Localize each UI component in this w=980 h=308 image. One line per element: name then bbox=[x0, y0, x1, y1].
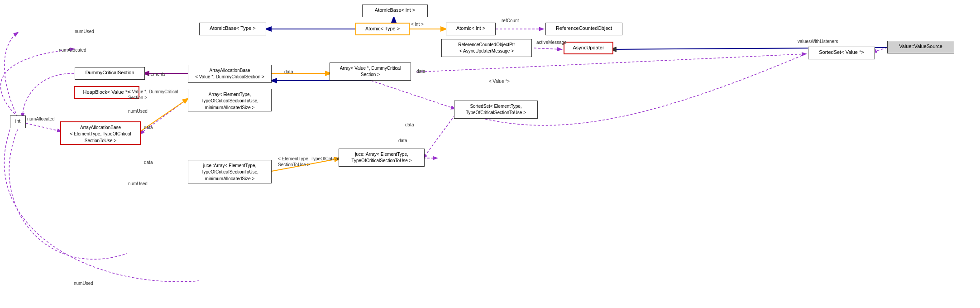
node-atomic-int: Atomic< int > bbox=[446, 23, 496, 35]
node-atomic-type: Atomic< Type > bbox=[355, 23, 410, 35]
label-data-1: data bbox=[284, 69, 293, 74]
label-element-type-cs: < ElementType, TypeOfCriticalSectionToUs… bbox=[278, 156, 339, 168]
label-refcount: refCount bbox=[502, 18, 519, 23]
node-array-element-type: Array< ElementType,TypeOfCriticalSection… bbox=[188, 89, 272, 111]
node-array-value-dummy: Array< Value *, DummyCriticalSection > bbox=[330, 63, 411, 81]
label-elements: elements bbox=[147, 72, 166, 77]
node-reference-counted-object: ReferenceCountedObject bbox=[545, 23, 622, 35]
node-atomic-base-int: AtomicBase< int > bbox=[362, 5, 428, 17]
label-data-5: data bbox=[398, 138, 407, 143]
label-data-2: data bbox=[416, 69, 425, 74]
node-value-valuesource: Value::ValueSource bbox=[887, 41, 954, 53]
label-numused-3: numUsed bbox=[128, 181, 148, 186]
svg-line-14 bbox=[26, 123, 61, 131]
label-data-4: data bbox=[144, 160, 153, 165]
svg-line-8 bbox=[534, 48, 561, 49]
node-dummy-critical-section: DummyCriticalSection bbox=[75, 67, 145, 80]
label-numallocated-2: numAllocated bbox=[27, 116, 55, 121]
node-juce-array-et2: juce::Array< ElementType,TypeOfCriticalS… bbox=[339, 149, 425, 167]
node-juce-array-et: juce::Array< ElementType,TypeOfCriticalS… bbox=[188, 160, 272, 183]
node-int: int bbox=[10, 116, 26, 128]
svg-line-12 bbox=[371, 81, 455, 109]
label-value-star: < Value *> bbox=[489, 79, 510, 84]
label-data-right: data bbox=[405, 122, 414, 127]
node-array-alloc-base-vdc: ArrayAllocationBase< Value *, DummyCriti… bbox=[188, 65, 272, 83]
node-sorted-set-et: SortedSet< ElementType,TypeOfCriticalSec… bbox=[454, 101, 538, 119]
svg-line-18 bbox=[423, 115, 455, 158]
node-async-updater: AsyncUpdater bbox=[564, 42, 613, 54]
label-values-with-listeners: valuesWithListeners bbox=[798, 39, 838, 44]
label-numused-1: numUsed bbox=[75, 29, 94, 34]
node-array-alloc-base-et: ArrayAllocationBase< ElementType, TypeOf… bbox=[60, 121, 141, 145]
node-ref-counted-obj-ptr: ReferenceCountedObjectPtr< AsyncUpdaterM… bbox=[441, 39, 532, 57]
label-numused-2: numUsed bbox=[128, 109, 148, 114]
label-numused-bottom: numUsed bbox=[74, 281, 93, 286]
diagram-container: AtomicBase< int > AtomicBase< Type > Ato… bbox=[0, 0, 980, 308]
label-active-message: activeMessage bbox=[536, 40, 567, 45]
node-sorted-set-value-ptr: SortedSet< Value *> bbox=[808, 47, 875, 59]
label-data-3: data bbox=[144, 125, 153, 130]
label-value-dcs: < Value *, DummyCriticalSection > bbox=[128, 89, 178, 101]
node-atomic-base-type: AtomicBase< Type > bbox=[199, 23, 266, 35]
label-numallocated-1: numAllocated bbox=[59, 48, 86, 53]
label-int: < int > bbox=[411, 22, 424, 27]
